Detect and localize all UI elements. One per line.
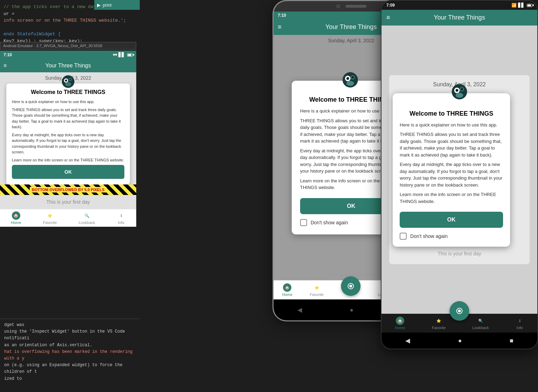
right-mascot [450, 82, 469, 103]
console-line-2: using the 'Inspect Widget' button in the… [4, 328, 136, 342]
left-home-icon: 🏠 [12, 211, 20, 220]
left-nav-lookback[interactable]: 🔍 Lookback [79, 211, 95, 225]
console-line-4: hat is overflowing has been marked in th… [4, 349, 136, 362]
svg-point-19 [456, 93, 463, 97]
middle-favorite-label: Favorite [310, 292, 324, 297]
right-dialog-p2: THREE THINGS allows you to set and track… [400, 131, 503, 158]
middle-mascot-icon [341, 70, 360, 89]
right-dont-show-checkbox[interactable] [400, 233, 407, 240]
left-nav-home[interactable]: 🏠 Home [11, 211, 21, 225]
middle-home-label: Home [282, 292, 292, 297]
right-lookback-icon: 🔍 [477, 317, 485, 325]
left-info-icon: ℹ [117, 211, 125, 220]
left-favorite-label: Favorite [43, 220, 57, 225]
right-home-button[interactable]: ● [458, 337, 462, 344]
left-home-label: Home [11, 220, 21, 225]
left-first-day: This is your first day [0, 195, 136, 209]
right-dont-show-label: Don't show again [410, 233, 448, 239]
mascot-icon [60, 74, 76, 89]
left-app-title: Your Three Things [45, 63, 91, 69]
right-dialog-title: Welcome to THREE THINGS [400, 110, 503, 117]
right-nav-favorite[interactable]: ⭐ Favorite [432, 317, 446, 330]
left-time: 7:10 [3, 52, 12, 57]
middle-dialog-mascot [341, 70, 362, 91]
left-dialog-container: Welcome to THREE THINGS Here is a quick … [3, 84, 133, 184]
right-signal-icons: 📶 ▋▋ [511, 3, 532, 8]
left-nav-favorite[interactable]: ⭐ Favorite [43, 211, 57, 225]
middle-fab-button[interactable] [341, 276, 361, 296]
right-status-bar: 7:09 📶 ▋▋ [381, 1, 537, 10]
middle-menu-icon[interactable]: ≡ [278, 23, 282, 31]
svg-point-13 [349, 285, 352, 288]
right-checkbox-row: Don't show again [400, 233, 503, 240]
phone-camera [336, 4, 340, 8]
right-favorite-icon: ⭐ [435, 317, 443, 325]
right-nav-home[interactable]: 🏠 Home [395, 317, 405, 330]
back-button[interactable]: ◀ [297, 306, 302, 314]
right-main-card: Sunday, April 3, 2022 [389, 75, 529, 264]
right-menu-icon[interactable]: ≡ [386, 14, 390, 21]
left-bottom-nav: 🏠 Home ⭐ Favorite 🔍 Lookback ℹ Info [0, 209, 136, 227]
left-info-label: Info [118, 220, 124, 225]
main-layout: // the app ticks over to a new day autom… [0, 0, 538, 392]
right-inner: Sunday, April 3, 2022 [381, 26, 537, 314]
svg-point-3 [65, 80, 67, 82]
left-signal-icon: ▋▋ [118, 52, 125, 57]
middle-section: 7:10 📶 ▋▋ ≡ Your Three Things Sunday, Ap… [140, 0, 300, 392]
left-dialog-p2: THREE THINGS allows you to set and track… [12, 107, 124, 130]
right-dialog-p4: Learn more on the info screen or on the … [400, 191, 503, 205]
left-lookback-label: Lookback [79, 220, 95, 225]
middle-nav-home[interactable]: 🏠 Home [282, 283, 292, 297]
middle-dont-show-checkbox[interactable] [300, 219, 307, 226]
right-home-label: Home [395, 326, 405, 330]
left-ok-button[interactable]: OK [12, 165, 124, 179]
console-line-suffix: ized to [4, 376, 136, 382]
left-favorite-icon: ⭐ [46, 211, 54, 220]
left-status-bar: 7:10 ▾▾ ▋▋ [0, 51, 136, 59]
right-ok-button[interactable]: OK [400, 212, 503, 228]
overflow-warning: BOTTOM OVERFLOWED BY 5.0 PIXELS [0, 184, 136, 195]
console: dget was using the 'Inspect Widget' butt… [0, 319, 140, 392]
right-home-icon: 🏠 [396, 317, 404, 325]
left-nav-info[interactable]: ℹ Info [117, 211, 125, 225]
middle-home-icon: 🏠 [283, 283, 291, 292]
console-line-3: as an orientation of Axis.vertical. [4, 342, 136, 349]
left-menu-icon[interactable]: ≡ [3, 63, 7, 69]
right-dialog-card: Welcome to THREE THINGS Here is a quick … [393, 93, 510, 247]
console-line-1: dget was [4, 322, 136, 328]
right-favorite-label: Favorite [432, 326, 446, 330]
right-nav-info[interactable]: ℹ Info [516, 317, 524, 330]
right-info-icon: ℹ [516, 317, 524, 325]
left-section: // the app ticks over to a new day autom… [0, 0, 140, 392]
middle-dont-show-label: Don't show again [311, 220, 348, 225]
right-dialog-p1: Here is a quick explainer on how to use … [400, 122, 503, 129]
right-app-title: Your Three Things [434, 14, 485, 21]
right-mascot-icon [450, 82, 469, 101]
svg-point-17 [456, 89, 458, 92]
emulator-bar-text: Android Emulator - 3.7_WVGA_Nexus_One_AP… [3, 44, 102, 48]
home-button[interactable]: ● [350, 306, 354, 314]
phone-right: 7:09 📶 ▋▋ ≡ Your Three Things Sunday, Ap… [381, 0, 538, 349]
right-lookback-label: Lookback [472, 326, 489, 330]
right-info-label: Info [517, 326, 523, 330]
overflow-text: BOTTOM OVERFLOWED BY 5.0 PIXELS [30, 187, 107, 193]
left-wifi-icon: ▾▾ [113, 52, 117, 57]
right-dialog-wrapper: Welcome to THREE THINGS Here is a quick … [393, 93, 526, 247]
svg-point-11 [347, 81, 354, 86]
right-wifi: 📶 [511, 3, 517, 8]
svg-point-21 [458, 310, 461, 312]
left-content: Sunday, April 3, 2022 [0, 72, 136, 209]
svg-point-10 [351, 77, 354, 79]
right-signal: ▋▋ [518, 3, 524, 8]
right-recents-button[interactable]: ■ [510, 337, 514, 344]
middle-favorite-icon: ⭐ [313, 283, 321, 292]
middle-time: 7:10 [278, 13, 286, 18]
right-back-button[interactable]: ◀ [405, 337, 410, 344]
right-first-day: This is your first day [393, 247, 526, 261]
right-fab-button[interactable] [450, 301, 469, 321]
right-android-nav: ◀ ● ■ [381, 333, 537, 349]
middle-nav-favorite[interactable]: ⭐ Favorite [310, 283, 324, 297]
right-nav-lookback[interactable]: 🔍 Lookback [472, 317, 489, 330]
svg-point-4 [70, 79, 71, 80]
right-time: 7:09 [386, 3, 395, 8]
